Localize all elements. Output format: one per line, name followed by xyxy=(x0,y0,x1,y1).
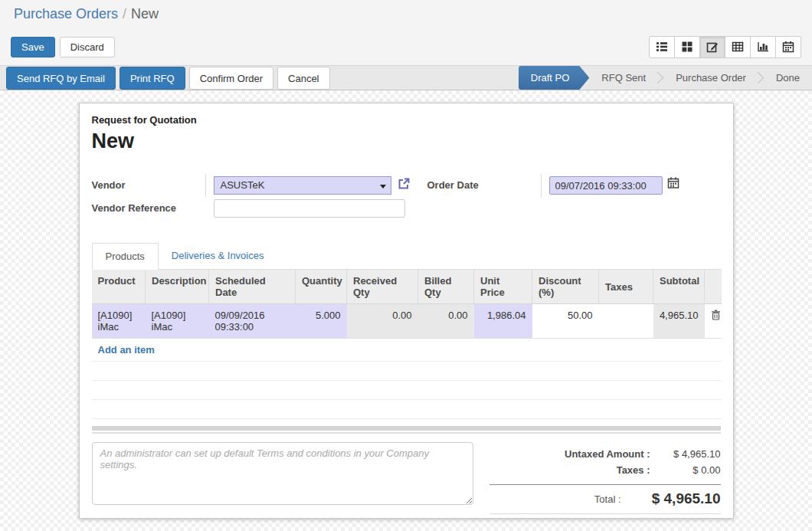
empty-row xyxy=(92,381,722,400)
cell-subtotal: 4,965.10 xyxy=(653,304,705,339)
cell-quantity[interactable]: 5.000 xyxy=(296,304,347,339)
col-scheduled-date: Scheduled Date xyxy=(209,270,296,304)
section-separator-line xyxy=(92,432,721,434)
col-billed-qty: Billed Qty xyxy=(418,270,474,304)
taxes-label: Taxes : xyxy=(617,464,650,476)
kanban-icon xyxy=(681,41,693,53)
open-vendor-record-button[interactable] xyxy=(397,177,411,194)
form-sheet: Request for Quotation New Vendor ASUSTeK xyxy=(79,103,734,519)
vendor-reference-input[interactable] xyxy=(214,199,405,218)
breadcrumb-current: New xyxy=(131,6,159,21)
form-subtitle: Request for Quotation xyxy=(92,114,721,126)
send-rfq-button[interactable]: Send RFQ by Email xyxy=(6,67,116,90)
breadcrumb-purchase-orders[interactable]: Purchase Orders xyxy=(14,6,118,21)
pivot-icon xyxy=(732,41,744,53)
page-title: New xyxy=(92,129,721,153)
status-row: Send RFQ by Email Print RFQ Confirm Orde… xyxy=(0,65,812,90)
order-date-input[interactable] xyxy=(549,176,663,195)
list-view-button[interactable] xyxy=(649,36,675,58)
breadcrumb-separator: / xyxy=(118,6,131,21)
empty-row xyxy=(92,400,722,419)
form-background: Request for Quotation New Vendor ASUSTeK xyxy=(0,90,812,531)
table-row: [A1090] iMac [A1090] iMac 09/09/2016 09:… xyxy=(92,304,722,339)
calendar-view-button[interactable] xyxy=(775,36,801,58)
cell-product[interactable]: [A1090] iMac xyxy=(92,304,146,339)
list-icon xyxy=(656,41,668,53)
caret-down-icon xyxy=(380,185,386,188)
statusbar: Draft PO RFQ Sent Purchase Order Done xyxy=(519,66,812,90)
taxes-value: $ 0.00 xyxy=(650,464,721,476)
confirm-order-button[interactable]: Confirm Order xyxy=(189,67,273,90)
form-edit-icon xyxy=(706,41,719,53)
table-header-row: Product Description Scheduled Date Quant… xyxy=(92,270,722,304)
statusbar-step-draft-po[interactable]: Draft PO xyxy=(519,66,590,90)
col-actions xyxy=(705,270,722,304)
trash-icon xyxy=(711,311,721,323)
col-description: Description xyxy=(146,270,209,304)
statusbar-step-purchase-order[interactable]: Purchase Order xyxy=(663,66,758,90)
vendor-reference-label: Vendor Reference xyxy=(92,197,205,220)
delete-line-button[interactable] xyxy=(705,304,722,339)
breadcrumb: Purchase Orders/New xyxy=(0,0,812,28)
cell-taxes[interactable] xyxy=(599,304,653,339)
calendar-icon xyxy=(667,176,679,192)
status-actions: Send RFQ by Email Print RFQ Confirm Orde… xyxy=(6,66,330,90)
terms-conditions-textarea[interactable] xyxy=(92,442,473,505)
calendar-icon xyxy=(782,41,794,53)
vendor-value: ASUSTeK xyxy=(221,179,265,191)
untaxed-amount-value: $ 4,965.10 xyxy=(650,448,721,460)
total-value: $ 4,965.10 xyxy=(621,490,721,507)
col-discount: Discount (%) xyxy=(532,270,599,304)
untaxed-amount-label: Untaxed Amount : xyxy=(565,448,650,460)
vendor-label: Vendor xyxy=(92,174,205,197)
vendor-select[interactable]: ASUSTeK xyxy=(214,176,391,195)
col-received-qty: Received Qty xyxy=(347,270,418,304)
pivot-view-button[interactable] xyxy=(725,36,751,58)
field-group: Vendor ASUSTeK Vendor Reference xyxy=(92,174,721,220)
kanban-view-button[interactable] xyxy=(674,36,700,58)
form-view-button[interactable] xyxy=(699,36,725,58)
view-switcher xyxy=(649,36,801,58)
add-item-row: Add an item xyxy=(92,339,722,362)
total-label: Total : xyxy=(594,493,621,505)
section-separator xyxy=(92,426,721,431)
discard-button[interactable]: Discard xyxy=(60,37,115,57)
col-taxes: Taxes xyxy=(599,270,653,304)
cell-unit-price[interactable]: 1,986.04 xyxy=(474,304,532,339)
toolbar: Save Discard xyxy=(0,28,812,65)
tab-products[interactable]: Products xyxy=(92,243,159,270)
cell-description[interactable]: [A1090] iMac xyxy=(146,304,209,339)
save-button[interactable]: Save xyxy=(11,37,55,57)
totals-block: Untaxed Amount : $ 4,965.10 Taxes : $ 0.… xyxy=(489,442,721,514)
col-unit-price: Unit Price xyxy=(474,270,532,304)
col-product: Product xyxy=(92,270,146,304)
empty-row xyxy=(92,362,722,381)
statusbar-step-done[interactable]: Done xyxy=(764,66,812,90)
print-rfq-button[interactable]: Print RFQ xyxy=(120,67,185,90)
graph-view-button[interactable] xyxy=(750,36,776,58)
cell-billed-qty: 0.00 xyxy=(418,304,474,339)
cancel-button[interactable]: Cancel xyxy=(277,67,329,90)
add-an-item-link[interactable]: Add an item xyxy=(98,344,155,356)
cell-discount[interactable]: 50.00 xyxy=(532,304,599,339)
order-lines-table: Product Description Scheduled Date Quant… xyxy=(92,270,722,419)
tab-deliveries-invoices[interactable]: Deliveries & Invoices xyxy=(159,243,277,270)
notebook-tabs: Products Deliveries & Invoices xyxy=(92,242,721,270)
order-date-label: Order Date xyxy=(427,174,541,197)
cell-received-qty: 0.00 xyxy=(347,304,418,339)
statusbar-step-rfq-sent[interactable]: RFQ Sent xyxy=(589,66,658,90)
external-link-icon xyxy=(397,177,411,194)
col-subtotal: Subtotal xyxy=(653,270,705,304)
footer-section: Untaxed Amount : $ 4,965.10 Taxes : $ 0.… xyxy=(92,442,721,514)
col-quantity: Quantity xyxy=(296,270,347,304)
date-picker-button[interactable] xyxy=(667,176,679,192)
cell-scheduled-date[interactable]: 09/09/2016 09:33:00 xyxy=(209,304,296,339)
graph-icon xyxy=(757,41,769,53)
